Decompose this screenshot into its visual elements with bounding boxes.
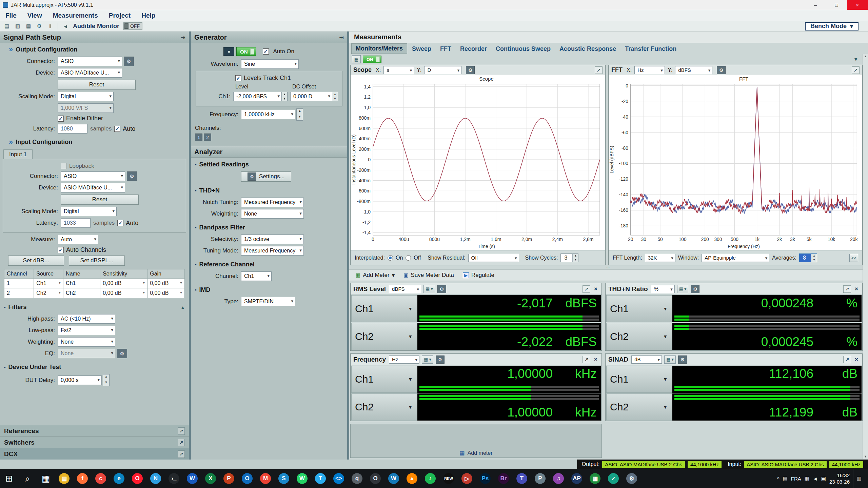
dut-delay-input[interactable]: 0,000 s (58, 375, 102, 385)
waveform-select[interactable]: Sine (241, 59, 299, 69)
col-header[interactable]: Channel (4, 269, 34, 279)
meter-display-button[interactable]: ▦▾ (677, 285, 689, 293)
averages-stepper[interactable]: 8 ▲▼ (799, 253, 817, 262)
sensitivity-cell[interactable]: 0,00 dB▾ (100, 288, 147, 298)
popout-icon[interactable]: ↗ (178, 439, 185, 446)
fft-settings-button[interactable]: ⚙ (717, 66, 726, 74)
dc-offset-input[interactable]: 0,000 D (290, 92, 332, 101)
excel-icon[interactable]: X (201, 469, 220, 488)
meter-unit-select[interactable]: dB (631, 355, 662, 364)
add-meter-button[interactable]: ▦ Add Meter ▾ (352, 270, 398, 280)
ch1-level-input[interactable]: -2,000 dBFS (233, 92, 282, 101)
vertical-scrollbar[interactable]: ▲ ▼ (863, 54, 868, 459)
measurement-on-toggle[interactable]: ON (363, 56, 381, 63)
tab-transfer-function[interactable]: Transfer Function (621, 44, 680, 54)
output-connector-settings-button[interactable]: ⚙ (124, 57, 134, 66)
analyzer-settings-button[interactable]: ⚙ Settings... (241, 171, 291, 182)
regulate-button[interactable]: ▶ Regulate (459, 270, 498, 280)
output-connector-select[interactable]: ASIO (58, 57, 122, 66)
dock-icon[interactable]: ⇥ (339, 34, 344, 41)
gain-cell[interactable]: 0,00 dB▾ (147, 279, 185, 288)
interpolated-on-radio[interactable] (388, 255, 393, 261)
chrome-icon[interactable]: c (92, 469, 110, 488)
set-dbspl-button[interactable]: Set dBSPL... (69, 256, 125, 266)
source-cell[interactable]: Ch1▾ (34, 279, 63, 288)
volume-icon[interactable]: ◄ (813, 476, 818, 482)
vscode-icon[interactable]: <> (330, 469, 348, 488)
analyzer-weighting-select[interactable]: None (241, 209, 304, 219)
menu-view[interactable]: View (22, 10, 47, 21)
settled-readings-header[interactable]: ▪ Settled Readings (191, 158, 347, 169)
tab-recorder[interactable]: Recorder (456, 44, 491, 54)
fft-x-unit-select[interactable]: Hz (634, 66, 665, 74)
close-meter-icon[interactable]: × (853, 286, 860, 292)
input-configuration-header[interactable]: » Input Configuration (0, 136, 189, 147)
save-project-icon[interactable]: ▦ (24, 22, 33, 30)
task-view-icon[interactable]: ▦ (37, 469, 55, 488)
level-spinner[interactable]: ▲▼ (282, 92, 288, 101)
popout-icon[interactable]: ↗ (178, 427, 185, 435)
edge-icon[interactable]: e (110, 469, 128, 488)
opera-icon[interactable]: O (128, 469, 146, 488)
name-cell[interactable]: Ch2 (63, 288, 100, 298)
channel-selector[interactable]: Ch2▼ (351, 393, 417, 421)
input-connector-settings-button[interactable]: ⚙ (127, 171, 137, 181)
input-latency-input[interactable]: 1033 (61, 218, 91, 228)
dc-offset-spinner[interactable]: ▲▼ (332, 92, 338, 101)
expand-controls-button[interactable]: >> (849, 254, 858, 262)
meter-unit-select[interactable]: % (651, 285, 675, 293)
speaker-icon[interactable]: ◄ (61, 22, 70, 30)
save-meter-data-button[interactable]: ▣ Save Meter Data (400, 270, 458, 280)
references-section[interactable]: References ↗ (0, 425, 189, 436)
eq-settings-button[interactable]: ⚙ (117, 349, 127, 358)
open-project-icon[interactable]: ▥ (13, 22, 22, 30)
dock-icon[interactable]: ⇥ (181, 34, 185, 41)
collapse-icon[interactable]: ▲ (181, 305, 185, 310)
meter-unit-select[interactable]: Hz (389, 355, 419, 364)
meter-settings-button[interactable]: ⚙ (691, 285, 699, 293)
security-icon[interactable]: ✓ (604, 469, 623, 488)
input1-tab[interactable]: Input 1 (3, 149, 33, 159)
meter-settings-button[interactable]: ⚙ (437, 285, 446, 293)
show-cycles-stepper[interactable]: 3 ▲▼ (560, 253, 578, 262)
meter-settings-button[interactable]: ⚙ (436, 355, 445, 364)
photoshop-icon[interactable]: Ps (476, 469, 494, 488)
output-configuration-header[interactable]: » Output Configuration (0, 43, 189, 55)
menu-file[interactable]: File (0, 10, 22, 21)
audible-monitor-toggle[interactable]: OFF (123, 22, 142, 30)
show-residual-select[interactable]: Off (468, 254, 519, 262)
input-rate-badge[interactable]: 44,1000 kHz (829, 461, 863, 468)
filter-icon[interactable]: ▼ (852, 56, 860, 63)
close-button[interactable]: × (847, 0, 868, 10)
wireshark-icon[interactable]: W (384, 469, 403, 488)
popout-icon[interactable]: ↗ (583, 285, 590, 293)
whatsapp-icon[interactable]: W (293, 469, 311, 488)
ap-apx-icon[interactable]: AP (568, 469, 586, 488)
firefox-icon[interactable]: f (73, 469, 92, 488)
tab-monitors-meters[interactable]: Monitors/Meters (351, 43, 407, 54)
scope-x-unit-select[interactable]: s (383, 66, 414, 74)
measure-select[interactable]: Auto (58, 235, 98, 244)
input-device-select[interactable]: ASIO MADIface U... (61, 183, 125, 192)
menu-project[interactable]: Project (103, 10, 136, 21)
frequency-input[interactable]: 1,00000 kHz (241, 110, 295, 119)
settings-app-icon[interactable]: ⚙ (623, 469, 641, 488)
popout-icon[interactable]: ↗ (178, 450, 185, 458)
output-device-select[interactable]: ASIO MADIface U... (58, 68, 122, 78)
scope-y-unit-select[interactable]: D (424, 66, 461, 74)
selectivity-select[interactable]: 1/3 octave (241, 235, 304, 244)
meter-settings-button[interactable]: ⚙ (678, 355, 687, 364)
network-icon[interactable]: ▣ (821, 475, 826, 482)
col-header[interactable]: Sensitivity (100, 269, 147, 279)
generator-on-toggle[interactable]: ON (236, 47, 256, 56)
input-connector-select[interactable]: ASIO (61, 171, 125, 181)
terminal-icon[interactable]: ›_ (165, 469, 183, 488)
word-icon[interactable]: W (183, 469, 201, 488)
mail-icon[interactable]: M (256, 469, 275, 488)
fft-y-unit-select[interactable]: dBFS (675, 66, 712, 74)
close-meter-icon[interactable]: × (593, 356, 599, 363)
teams-icon[interactable]: T (513, 469, 531, 488)
output-device-badge[interactable]: ASIO: ASIO MADIface USB 2 Chs (602, 461, 685, 468)
action-center-icon[interactable]: ▥ (853, 469, 865, 488)
close-meter-icon[interactable]: × (853, 356, 860, 363)
